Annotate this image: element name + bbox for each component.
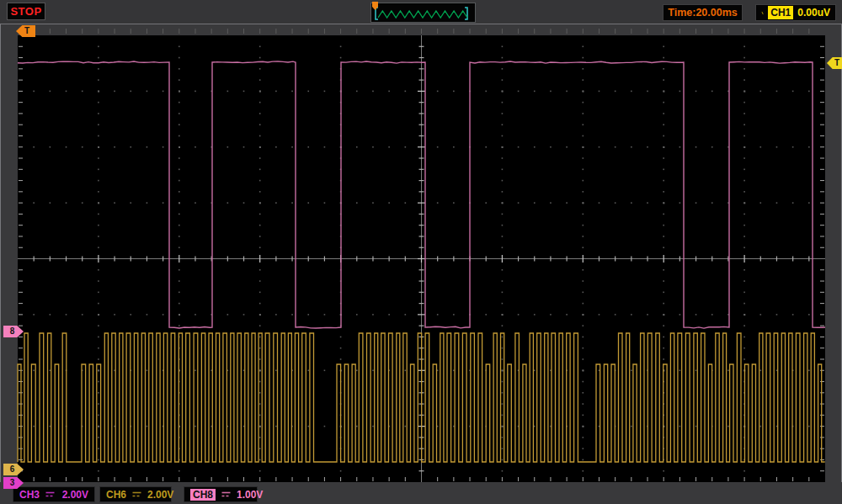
trigger-display[interactable]: CH1 0.00uV xyxy=(755,4,836,21)
dc-coupling-icon xyxy=(221,490,232,499)
falling-edge-trigger-icon xyxy=(761,6,764,20)
ch6-position-marker-label: 6 xyxy=(10,464,15,474)
preview-waveform-icon xyxy=(371,3,475,22)
channel-bar: CH3 2.00V CH6 2.00V CH8 1.00V xyxy=(0,482,842,504)
channel-ch3-name: CH3 xyxy=(19,489,40,501)
trigger-level-value: 0.00uV xyxy=(797,7,830,19)
run-state-label: STOP xyxy=(10,5,41,18)
trigger-level-marker-label: T xyxy=(834,58,839,67)
channel-ch8-display[interactable]: CH8 1.00V xyxy=(184,486,258,502)
channel-ch3-scale: 2.00V xyxy=(62,489,88,501)
trigger-position-preview[interactable] xyxy=(370,3,476,23)
channel-ch6-display[interactable]: CH6 2.00V xyxy=(99,486,172,502)
dc-coupling-icon xyxy=(131,490,142,499)
ch3-position-marker-label: 3 xyxy=(10,478,15,487)
dc-coupling-icon xyxy=(45,490,56,499)
channel-ch8-name: CH8 xyxy=(190,489,216,501)
channel-ch6-name: CH6 xyxy=(106,489,126,501)
channel-ch3-display[interactable]: CH3 2.00V xyxy=(13,486,95,502)
trigger-level-marker[interactable]: T xyxy=(827,57,842,69)
channel-ch8-scale: 1.00V xyxy=(237,489,263,501)
timebase-display[interactable]: Time:20.00ms xyxy=(663,4,743,21)
trigger-time-marker-label: T xyxy=(24,26,29,35)
trigger-source-badge: CH1 xyxy=(768,6,793,19)
ch8-position-marker-label: 8 xyxy=(10,326,15,336)
graticule-area[interactable] xyxy=(18,35,825,482)
run-state-indicator[interactable]: STOP xyxy=(7,3,45,20)
channel-ch6-scale: 2.00V xyxy=(147,489,173,501)
oscilloscope-window: STOP Time:20.00ms CH1 0.00uV T T 8 6 3 C… xyxy=(0,0,842,504)
timebase-value: Time:20.00ms xyxy=(668,7,737,19)
top-bar: STOP Time:20.00ms CH1 0.00uV xyxy=(0,0,842,24)
